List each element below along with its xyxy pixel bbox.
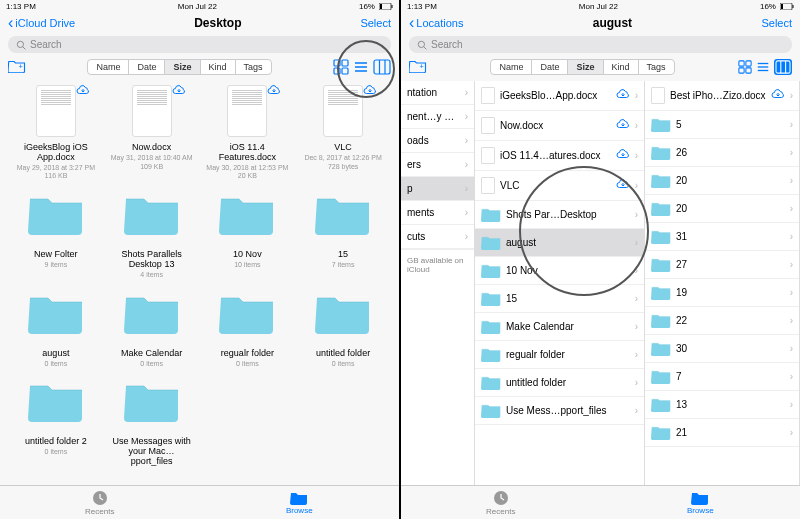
column-row[interactable]: iGeeksBlo…App.docx›	[475, 81, 644, 111]
sort-date[interactable]: Date	[532, 60, 568, 74]
back-button[interactable]: Locations	[409, 14, 463, 32]
grid-item[interactable]: Make Calendar0 items	[106, 285, 198, 368]
chevron-right-icon: ›	[635, 265, 638, 276]
column-row[interactable]: Use Mess…pport_files›	[475, 397, 644, 425]
column-row[interactable]: august›	[475, 229, 644, 257]
grid-view-icon[interactable]	[333, 59, 349, 75]
row-label: ers	[407, 159, 460, 170]
column-row[interactable]: 20›	[645, 195, 799, 223]
column-row[interactable]: 15›	[475, 285, 644, 313]
column-row[interactable]: Shots Par…Desktop›	[475, 201, 644, 229]
grid-item[interactable]: regualr folder0 items	[202, 285, 294, 368]
column-view-icon[interactable]	[373, 59, 391, 75]
row-label: 22	[676, 315, 785, 326]
svg-line-4	[23, 46, 26, 49]
search-icon	[16, 40, 26, 50]
column-row[interactable]: oads›	[401, 129, 474, 153]
back-button[interactable]: iCloud Drive	[8, 14, 75, 32]
select-button[interactable]: Select	[360, 17, 391, 29]
column-2: iGeeksBlo…App.docx›Now.docx›iOS 11.4…atu…	[475, 81, 645, 485]
cloud-download-icon	[267, 85, 281, 98]
grid-item[interactable]: august0 items	[10, 285, 102, 368]
column-row[interactable]: VLC›	[475, 171, 644, 201]
column-view-icon[interactable]	[774, 59, 792, 75]
view-toggle	[738, 59, 792, 75]
status-battery: 16%	[760, 2, 776, 11]
grid-view-icon[interactable]	[738, 60, 752, 74]
list-view-icon[interactable]	[353, 59, 369, 75]
row-label: regualr folder	[506, 349, 630, 360]
chevron-right-icon: ›	[635, 349, 638, 360]
grid-item[interactable]: Now.docxMay 31, 2018 at 10:40 AM109 KB	[106, 85, 198, 180]
grid-item[interactable]: Use Messages with your Mac…pport_files	[106, 373, 198, 468]
column-row[interactable]: Best iPho…Zizo.docx›	[645, 81, 799, 111]
item-name: iOS 11.4 Features.docx	[207, 143, 287, 163]
sort-size[interactable]: Size	[568, 60, 603, 74]
sort-size[interactable]: Size	[165, 60, 200, 74]
chevron-right-icon: ›	[465, 183, 468, 194]
list-view-icon[interactable]	[756, 60, 770, 74]
column-row[interactable]: 26›	[645, 139, 799, 167]
search-input[interactable]: Search	[8, 36, 391, 53]
column-row[interactable]: 20›	[645, 167, 799, 195]
folder-icon	[651, 425, 671, 440]
grid-item[interactable]: 157 items	[297, 186, 389, 278]
column-row[interactable]: untitled folder›	[475, 369, 644, 397]
grid-item[interactable]: VLCDec 8, 2017 at 12:26 PM728 bytes	[297, 85, 389, 180]
column-row[interactable]: 19›	[645, 279, 799, 307]
svg-rect-25	[739, 68, 744, 73]
column-row[interactable]: ers›	[401, 153, 474, 177]
column-row[interactable]: Now.docx›	[475, 111, 644, 141]
doc-icon	[481, 177, 495, 194]
grid-item[interactable]: 10 Nov10 items	[202, 186, 294, 278]
column-row[interactable]: ntation›	[401, 81, 474, 105]
column-row[interactable]: 30›	[645, 335, 799, 363]
column-row[interactable]: Make Calendar›	[475, 313, 644, 341]
sort-name[interactable]: Name	[88, 60, 129, 74]
svg-rect-26	[746, 68, 751, 73]
sort-tags[interactable]: Tags	[639, 60, 674, 74]
row-label: Shots Par…Desktop	[506, 209, 630, 220]
column-row[interactable]: iOS 11.4…atures.docx›	[475, 141, 644, 171]
clock-icon	[92, 490, 108, 506]
sort-date[interactable]: Date	[129, 60, 165, 74]
column-row[interactable]: nent…y Readdle›	[401, 105, 474, 129]
item-name: regualr folder	[207, 349, 287, 359]
grid-item[interactable]: New Folter9 items	[10, 186, 102, 278]
tab-recents[interactable]: Recents	[401, 486, 601, 519]
column-row[interactable]: 27›	[645, 251, 799, 279]
column-row[interactable]: 7›	[645, 363, 799, 391]
column-3: Best iPho…Zizo.docx›5›26›20›20›31›27›19›…	[645, 81, 800, 485]
column-row[interactable]: 31›	[645, 223, 799, 251]
new-folder-button[interactable]: +	[409, 59, 427, 75]
column-row[interactable]: 5›	[645, 111, 799, 139]
grid-item[interactable]: iGeeksBlog iOS App.docxMay 29, 2018 at 3…	[10, 85, 102, 180]
sort-kind[interactable]: Kind	[201, 60, 236, 74]
svg-point-3	[17, 41, 23, 47]
column-row[interactable]: regualr folder›	[475, 341, 644, 369]
chevron-right-icon: ›	[465, 111, 468, 122]
tab-recents[interactable]: Recents	[0, 486, 200, 519]
new-folder-button[interactable]: +	[8, 59, 26, 75]
column-row[interactable]: 21›	[645, 419, 799, 447]
folder-icon	[651, 229, 671, 244]
column-row[interactable]: 22›	[645, 307, 799, 335]
storage-info: GB available on iCloud	[401, 249, 474, 280]
select-button[interactable]: Select	[761, 17, 792, 29]
column-row[interactable]: 13›	[645, 391, 799, 419]
column-row[interactable]: cuts›	[401, 225, 474, 249]
sort-kind[interactable]: Kind	[604, 60, 639, 74]
sort-tags[interactable]: Tags	[236, 60, 271, 74]
tab-browse[interactable]: Browse	[601, 486, 801, 519]
grid-item[interactable]: untitled folder0 items	[297, 285, 389, 368]
search-input[interactable]: Search	[409, 36, 792, 53]
grid-item[interactable]: iOS 11.4 Features.docxMay 30, 2018 at 12…	[202, 85, 294, 180]
grid-item[interactable]: untitled folder 20 items	[10, 373, 102, 468]
column-row[interactable]: ments›	[401, 201, 474, 225]
row-label: 15	[506, 293, 630, 304]
column-row[interactable]: 10 Nov›	[475, 257, 644, 285]
tab-browse[interactable]: Browse	[200, 486, 400, 519]
sort-name[interactable]: Name	[491, 60, 532, 74]
column-row[interactable]: p›	[401, 177, 474, 201]
grid-item[interactable]: Shots Parallels Desktop 134 items	[106, 186, 198, 278]
